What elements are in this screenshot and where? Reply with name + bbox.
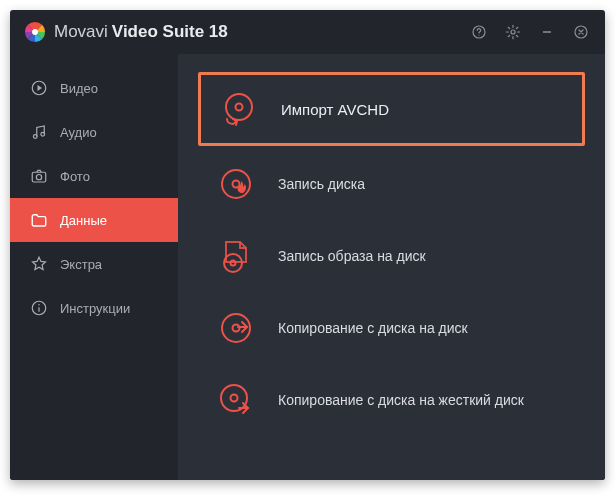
svg-point-8	[33, 135, 37, 139]
svg-point-4	[511, 30, 515, 34]
app-title-light: Movavi	[54, 22, 108, 42]
sidebar-item-label: Экстра	[60, 257, 102, 272]
action-burn-disc[interactable]: Запись диска	[198, 150, 585, 218]
sidebar-item-data[interactable]: Данные	[10, 198, 178, 242]
minimize-icon[interactable]	[537, 22, 557, 42]
body: Видео Аудио Фото Данные	[10, 54, 605, 480]
svg-point-3	[478, 35, 479, 36]
svg-point-16	[236, 104, 243, 111]
star-icon	[30, 255, 48, 273]
sidebar-item-instructions[interactable]: Инструкции	[10, 286, 178, 330]
sidebar-item-extra[interactable]: Экстра	[10, 242, 178, 286]
sidebar-item-audio[interactable]: Аудио	[10, 110, 178, 154]
app-logo-icon	[24, 21, 46, 43]
disc-to-hdd-icon	[216, 380, 256, 420]
svg-point-9	[41, 132, 45, 136]
sidebar: Видео Аудио Фото Данные	[10, 54, 178, 480]
settings-icon[interactable]	[503, 22, 523, 42]
close-icon[interactable]	[571, 22, 591, 42]
play-circle-icon	[30, 79, 48, 97]
action-import-avchd[interactable]: Импорт AVCHD	[198, 72, 585, 146]
svg-point-25	[231, 395, 238, 402]
disc-burn-icon	[216, 164, 256, 204]
action-burn-image[interactable]: Запись образа на диск	[198, 222, 585, 290]
action-label: Запись диска	[278, 176, 365, 192]
svg-point-15	[226, 94, 252, 120]
disc-copy-icon	[216, 308, 256, 348]
content-panel: Импорт AVCHD Запись диска	[178, 54, 605, 480]
action-label: Запись образа на диск	[278, 248, 426, 264]
svg-point-17	[222, 170, 250, 198]
info-icon	[30, 299, 48, 317]
sidebar-item-photo[interactable]: Фото	[10, 154, 178, 198]
music-note-icon	[30, 123, 48, 141]
camera-icon	[30, 167, 48, 185]
action-label: Импорт AVCHD	[281, 101, 389, 118]
sidebar-item-label: Видео	[60, 81, 98, 96]
app-title-bold: Video Suite 18	[112, 22, 228, 42]
svg-point-1	[32, 29, 38, 35]
app-window: Movavi Video Suite 18 Видео	[10, 10, 605, 480]
action-label: Копирование с диска на диск	[278, 320, 468, 336]
folder-icon	[30, 211, 48, 229]
sidebar-item-label: Инструкции	[60, 301, 130, 316]
svg-point-14	[38, 304, 40, 306]
action-copy-disc-to-hdd[interactable]: Копирование с диска на жесткий диск	[198, 366, 585, 434]
disc-image-icon	[216, 236, 256, 276]
title-bar: Movavi Video Suite 18	[10, 10, 605, 54]
action-label: Копирование с диска на жесткий диск	[278, 392, 524, 408]
sidebar-item-label: Фото	[60, 169, 90, 184]
sidebar-item-video[interactable]: Видео	[10, 66, 178, 110]
svg-rect-10	[32, 172, 46, 182]
sidebar-item-label: Данные	[60, 213, 107, 228]
action-copy-disc-to-disc[interactable]: Копирование с диска на диск	[198, 294, 585, 362]
sidebar-item-label: Аудио	[60, 125, 97, 140]
disc-import-icon	[219, 89, 259, 129]
svg-point-11	[36, 175, 41, 180]
svg-point-18	[233, 181, 240, 188]
help-icon[interactable]	[469, 22, 489, 42]
